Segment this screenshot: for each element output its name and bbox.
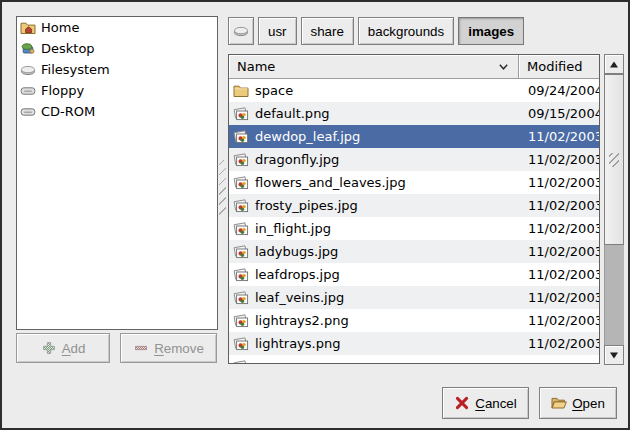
- drive-icon: [20, 104, 36, 120]
- file-modified-date: 11/02/2003: [519, 221, 599, 236]
- file-name: dewdop_leaf.jpg: [249, 129, 519, 144]
- image-file-icon: [233, 129, 249, 145]
- folder-open-icon: [551, 395, 567, 411]
- path-button-label: images: [468, 24, 514, 39]
- disc-icon: [233, 23, 249, 39]
- file-modified-date: 11/02/2003: [519, 244, 599, 259]
- image-file-icon: [233, 267, 249, 283]
- file-modified-date: 11/02/2003: [519, 129, 599, 144]
- image-file-icon: [233, 106, 249, 122]
- file-modified-date: 11/02/2003: [519, 313, 599, 328]
- file-row-leafdrops.jpg[interactable]: leafdrops.jpg11/02/2003: [229, 263, 599, 286]
- path-button-label: share: [311, 24, 344, 39]
- file-modified-date: 11/02/2003: [519, 267, 599, 282]
- file-row-space[interactable]: space09/24/2004: [229, 79, 599, 102]
- sidebar-item-label: Filesystem: [41, 62, 110, 77]
- vertical-scrollbar: [604, 54, 624, 365]
- file-name: in_flight.jpg: [249, 221, 519, 236]
- path-button-label: usr: [268, 24, 287, 39]
- cancel-x-icon: [454, 395, 470, 411]
- desktop-icon: [20, 41, 36, 57]
- modified-column-label: Modified: [527, 59, 582, 74]
- file-modified-date: 09/15/2004: [519, 106, 599, 121]
- image-file-icon: [233, 152, 249, 168]
- file-name: space: [249, 83, 519, 98]
- file-name: lightrays2.png: [249, 313, 519, 328]
- file-row-ladybugs.jpg[interactable]: ladybugs.jpg11/02/2003: [229, 240, 599, 263]
- file-modified-date: 09/24/2004: [519, 83, 599, 98]
- image-file-icon: [233, 221, 249, 237]
- file-row-leaf_veins.jpg[interactable]: leaf_veins.jpg11/02/2003: [229, 286, 599, 309]
- open-button-label: Open: [572, 396, 605, 411]
- file-list: Name Modified space09/24/2004default.png…: [228, 54, 600, 364]
- breadcrumb: usrsharebackgroundsimages: [228, 17, 524, 45]
- sidebar-item-floppy[interactable]: Floppy: [17, 80, 217, 101]
- path-button-images[interactable]: images: [458, 17, 524, 45]
- remove-shortcut-button[interactable]: Remove: [120, 333, 217, 363]
- image-file-icon: [233, 290, 249, 306]
- file-modified-date: 11/02/2003: [519, 198, 599, 213]
- add-plus-icon: [41, 340, 57, 356]
- file-row-dewdop_leaf.jpg[interactable]: dewdop_leaf.jpg11/02/2003: [229, 125, 599, 148]
- sidebar-item-label: CD-ROM: [41, 104, 95, 119]
- file-name: dragonfly.jpg: [249, 152, 519, 167]
- scroll-up-button[interactable]: [604, 54, 624, 74]
- file-modified-date: 11/02/2003: [519, 175, 599, 190]
- scrollbar-trough[interactable]: [604, 245, 624, 345]
- file-row-lightrays2.png[interactable]: lightrays2.png11/02/2003: [229, 309, 599, 332]
- shortcuts-pane[interactable]: HomeDesktopFilesystemFloppyCD-ROM: [16, 16, 218, 330]
- arrow-down-icon: [609, 351, 619, 360]
- sidebar-item-desktop[interactable]: Desktop: [17, 38, 217, 59]
- file-row-default.png[interactable]: default.png09/15/2004: [229, 102, 599, 125]
- add-shortcut-button[interactable]: Add: [16, 333, 110, 363]
- path-button-root[interactable]: [228, 17, 254, 45]
- cancel-button[interactable]: Cancel: [442, 387, 529, 419]
- file-modified-date: 11/02/2003: [519, 290, 599, 305]
- image-file-icon: [233, 198, 249, 214]
- sidebar-item-label: Floppy: [41, 83, 84, 98]
- scrollbar-thumb[interactable]: [604, 74, 624, 245]
- sidebar-item-label: Desktop: [41, 41, 95, 56]
- disc-icon: [20, 62, 36, 78]
- file-row-frosty_pipes.jpg[interactable]: frosty_pipes.jpg11/02/2003: [229, 194, 599, 217]
- image-file-icon: [233, 359, 249, 365]
- file-list-header: Name Modified: [229, 55, 599, 79]
- image-file-icon: [233, 313, 249, 329]
- image-file-icon: [233, 175, 249, 191]
- arrow-up-icon: [609, 60, 619, 69]
- file-row-partial[interactable]: [229, 355, 599, 364]
- path-button-backgrounds[interactable]: backgrounds: [358, 17, 454, 45]
- sidebar-item-cd-rom[interactable]: CD-ROM: [17, 101, 217, 122]
- file-name: flowers_and_leaves.jpg: [249, 175, 519, 190]
- scroll-down-button[interactable]: [604, 345, 624, 365]
- column-header-name[interactable]: Name: [229, 55, 519, 79]
- column-header-modified[interactable]: Modified: [519, 55, 599, 79]
- sidebar-item-label: Home: [41, 20, 79, 35]
- path-button-share[interactable]: share: [301, 17, 354, 45]
- file-row-lightrays.png[interactable]: lightrays.png11/02/2003: [229, 332, 599, 355]
- file-row-in_flight.jpg[interactable]: in_flight.jpg11/02/2003: [229, 217, 599, 240]
- remove-minus-icon: [133, 340, 149, 356]
- add-button-label: Add: [62, 341, 86, 356]
- sidebar-item-home[interactable]: Home: [17, 17, 217, 38]
- file-chooser-dialog: HomeDesktopFilesystemFloppyCD-ROM Add Re…: [0, 0, 630, 430]
- remove-button-label: Remove: [154, 341, 204, 356]
- file-rows: space09/24/2004default.png09/15/2004dewd…: [229, 79, 599, 364]
- image-file-icon: [233, 336, 249, 352]
- file-name: default.png: [249, 106, 519, 121]
- path-button-usr[interactable]: usr: [258, 17, 297, 45]
- home-icon: [20, 20, 36, 36]
- cancel-button-label: Cancel: [475, 396, 517, 411]
- name-column-label: Name: [237, 59, 275, 74]
- file-row-flowers_and_leaves.jpg[interactable]: flowers_and_leaves.jpg11/02/2003: [229, 171, 599, 194]
- pane-splitter-handle[interactable]: [219, 160, 226, 216]
- sort-chevron-down-icon: [497, 61, 510, 72]
- open-button[interactable]: Open: [539, 387, 617, 419]
- file-modified-date: 11/02/2003: [519, 152, 599, 167]
- sidebar-item-filesystem[interactable]: Filesystem: [17, 59, 217, 80]
- path-button-label: backgrounds: [368, 24, 444, 39]
- drive-icon: [20, 83, 36, 99]
- file-row-dragonfly.jpg[interactable]: dragonfly.jpg11/02/2003: [229, 148, 599, 171]
- scrollbar-grip: [609, 153, 619, 167]
- file-name: frosty_pipes.jpg: [249, 198, 519, 213]
